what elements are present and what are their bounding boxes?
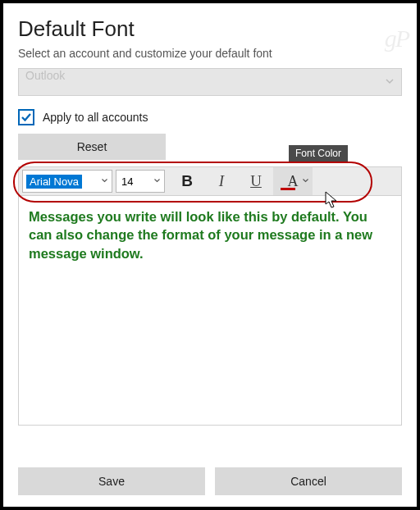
apply-all-checkbox[interactable]: [18, 109, 34, 125]
font-size-dropdown[interactable]: 14: [116, 170, 165, 193]
cancel-button[interactable]: Cancel: [215, 467, 402, 495]
font-name-value: Arial Nova: [26, 175, 82, 189]
bold-button[interactable]: B: [170, 167, 204, 195]
page-subtitle: Select an account and customize your def…: [18, 47, 402, 60]
preview-text: Messages you write will look like this b…: [29, 207, 391, 262]
preview-area: Messages you write will look like this b…: [18, 196, 402, 426]
account-dropdown[interactable]: Outlook: [18, 68, 402, 96]
font-name-dropdown[interactable]: Arial Nova: [22, 170, 112, 193]
account-dropdown-value: Outlook: [25, 69, 65, 82]
font-size-value: 14: [121, 175, 133, 188]
italic-button[interactable]: I: [204, 167, 239, 195]
underline-button[interactable]: U: [239, 167, 273, 195]
reset-button[interactable]: Reset: [18, 134, 166, 160]
chevron-down-icon: [101, 177, 108, 186]
save-button[interactable]: Save: [18, 467, 205, 495]
font-color-button[interactable]: A: [273, 167, 313, 195]
font-toolbar: Arial Nova 14 B I U A: [18, 166, 402, 196]
chevron-down-icon: [153, 177, 161, 186]
check-icon: [21, 112, 32, 123]
font-color-tooltip: Font Color: [289, 145, 348, 162]
page-title: Default Font: [18, 16, 402, 42]
chevron-down-icon: [385, 75, 395, 89]
font-color-bar-icon: [281, 188, 295, 190]
apply-all-label: Apply to all accounts: [43, 111, 148, 124]
chevron-down-icon: [302, 177, 309, 186]
